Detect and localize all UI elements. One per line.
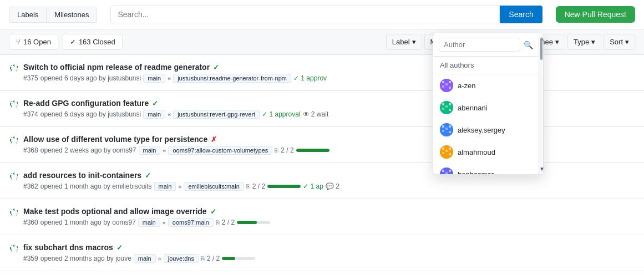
svg-rect-17 xyxy=(449,131,451,133)
table-row: Allow use of different volume type for p… xyxy=(0,127,644,163)
pr-meta-text: opened 1 month ago by emiliebiscuits xyxy=(40,182,152,190)
check-success-icon: ✓ xyxy=(116,244,123,252)
label-chevron-icon: ▾ xyxy=(412,38,416,46)
pr-number: #362 xyxy=(23,182,38,190)
branch-arrow: « xyxy=(163,219,166,226)
dropdown-inner: 🔍 All authors a-zen xyxy=(433,33,543,174)
milestones-button[interactable]: Milestones xyxy=(47,7,97,23)
pr-type-icon xyxy=(9,172,18,182)
copy-count: 2 / 2 xyxy=(207,255,220,262)
dropdown-content: 🔍 All authors a-zen xyxy=(433,33,539,174)
svg-rect-8 xyxy=(445,105,448,108)
labels-button[interactable]: Labels xyxy=(9,7,47,23)
progress-bar xyxy=(296,149,329,152)
scrollbar-thumb[interactable] xyxy=(540,38,542,60)
pr-number: #375 xyxy=(23,74,38,82)
pr-meta: #362 opened 1 month ago by emiliebiscuit… xyxy=(23,182,635,191)
progress-bar xyxy=(237,221,270,224)
base-branch-badge: main xyxy=(139,146,161,155)
head-branch-badge: jouve:dns xyxy=(164,254,199,263)
search-input[interactable] xyxy=(110,6,500,23)
author-item[interactable]: almahmoud xyxy=(433,141,539,163)
author-avatar xyxy=(440,101,453,114)
svg-rect-3 xyxy=(449,81,451,83)
pr-title-link[interactable]: Re-add GPG configuration feature xyxy=(23,99,149,108)
head-branch-badge: ooms97:main xyxy=(168,218,214,227)
pr-title-link[interactable]: Switch to official npm release of readme… xyxy=(23,63,210,72)
pr-content: fix subchart dns macros ✓ #359 opened 2 … xyxy=(23,243,635,263)
sort-filter-label: Sort xyxy=(610,38,623,46)
type-filter-dropdown[interactable]: Type ▾ xyxy=(567,34,601,50)
svg-rect-5 xyxy=(449,87,451,89)
assignee-chevron-icon: ▾ xyxy=(555,38,559,46)
svg-rect-4 xyxy=(442,85,444,88)
author-item[interactable]: benhosmer xyxy=(433,163,539,174)
table-row: Re-add GPG configuration feature ✓ #374 … xyxy=(0,91,644,127)
extra-text: 👁 2 wait xyxy=(303,110,329,118)
author-item[interactable]: abennani xyxy=(433,97,539,119)
author-dropdown: 🔍 All authors a-zen xyxy=(433,33,544,175)
pr-title-link[interactable]: Allow use of different volume type for p… xyxy=(23,135,207,144)
pr-title-link[interactable]: fix subchart dns macros xyxy=(23,243,113,252)
pr-number: #368 xyxy=(23,146,38,154)
branch-arrow: « xyxy=(168,75,171,82)
pr-title-link[interactable]: add resources to init-containers xyxy=(23,171,141,180)
pr-type-icon xyxy=(9,244,18,255)
branch-arrow: « xyxy=(178,183,181,190)
svg-rect-19 xyxy=(442,148,444,150)
table-row: add resources to init-containers ✓ #362 … xyxy=(0,163,644,199)
pr-number: #359 xyxy=(23,255,38,262)
label-filter-label: Label xyxy=(392,38,410,46)
sort-filter-dropdown[interactable]: Sort ▾ xyxy=(604,34,635,50)
svg-rect-26 xyxy=(445,172,448,174)
author-name: a-zen xyxy=(458,82,476,90)
author-search-icon: 🔍 xyxy=(524,40,533,49)
closed-prs-button[interactable]: ✓ 163 Closed xyxy=(63,34,123,50)
top-bar: Labels Milestones Search New Pull Reques… xyxy=(0,0,644,29)
copy-count: 2 / 2 xyxy=(281,146,293,154)
pr-type-icon xyxy=(9,136,18,146)
pr-title-link[interactable]: Make test pods optional and allow image … xyxy=(23,207,207,216)
pr-meta-text: opened 6 days ago by justusbunsi xyxy=(40,110,141,118)
svg-rect-1 xyxy=(442,81,444,83)
base-branch-badge: main xyxy=(138,218,160,227)
pr-type-icon xyxy=(9,64,18,74)
label-filter-dropdown[interactable]: Label ▾ xyxy=(386,34,422,50)
pr-list: Switch to official npm release of readme… xyxy=(0,55,644,271)
type-filter-label: Type xyxy=(574,38,589,46)
author-item[interactable]: aleksey.sergey xyxy=(433,119,539,141)
pr-title: Make test pods optional and allow image … xyxy=(23,207,635,216)
base-branch-badge: main xyxy=(143,74,165,83)
author-name: abennani xyxy=(458,104,488,112)
pr-meta: #360 opened 1 month ago by ooms97 main «… xyxy=(23,218,635,227)
svg-rect-27 xyxy=(449,170,451,172)
pr-content: add resources to init-containers ✓ #362 … xyxy=(23,171,635,191)
check-success-icon: ✓ xyxy=(152,99,158,108)
head-branch-badge: ooms97:allow-custom-volumetypes xyxy=(168,146,272,155)
pr-meta-text: opened 1 month ago by ooms97 xyxy=(40,219,136,226)
base-branch-badge: main xyxy=(143,110,165,119)
scrollbar-down-arrow[interactable]: ▼ xyxy=(539,164,543,174)
dropdown-scrollbar[interactable]: ▲ ▼ xyxy=(539,33,543,174)
author-item[interactable]: a-zen xyxy=(433,74,539,97)
branch-arrow: « xyxy=(158,255,161,262)
svg-rect-14 xyxy=(445,128,448,130)
svg-rect-2 xyxy=(445,83,448,85)
copy-icon: ⎘ xyxy=(216,219,220,226)
search-button[interactable]: Search xyxy=(500,6,542,23)
svg-rect-9 xyxy=(449,103,451,105)
copy-icon: ⎘ xyxy=(246,183,250,190)
author-list: a-zen abennani aleksey.sergey xyxy=(433,74,539,174)
author-search-input[interactable] xyxy=(439,38,520,52)
extra-text: 💬 2 xyxy=(326,182,339,190)
open-prs-button[interactable]: ⑂ 16 Open xyxy=(9,34,58,50)
check-fail-icon: ✗ xyxy=(211,135,217,144)
copy-icon: ⎘ xyxy=(201,255,205,262)
pr-meta-text: opened 2 months ago by jouve xyxy=(40,255,131,262)
head-branch-badge: justusbunsi:readme-generator-from-npm xyxy=(173,74,291,83)
search-area: Search xyxy=(110,6,542,23)
all-authors-item[interactable]: All authors xyxy=(433,57,539,74)
new-pull-request-button[interactable]: New Pull Request xyxy=(556,6,635,23)
table-row: fix subchart dns macros ✓ #359 opened 2 … xyxy=(0,235,644,271)
svg-rect-10 xyxy=(442,108,444,110)
